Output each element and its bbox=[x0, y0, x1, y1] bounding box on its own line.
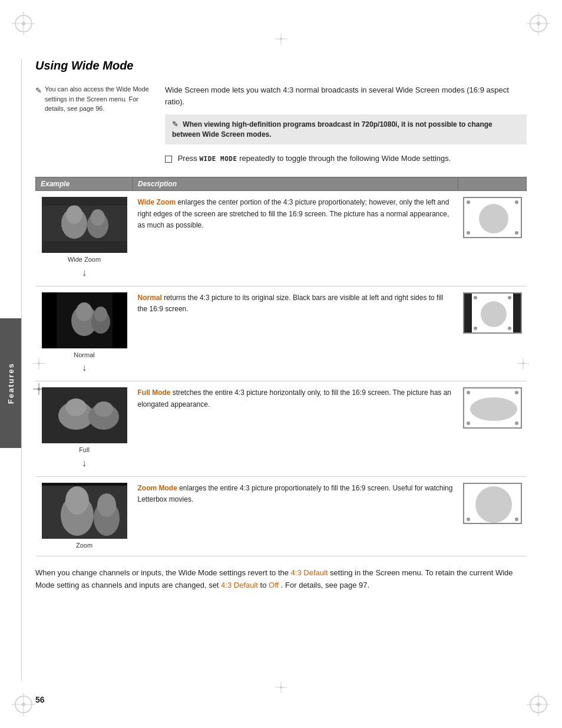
table-row: Wide Zoom ↓ Wide Zoom enlarges the cente… bbox=[36, 191, 527, 286]
page-title: Using Wide Mode bbox=[35, 59, 527, 73]
svg-point-42 bbox=[76, 302, 92, 321]
svg-point-7 bbox=[537, 22, 540, 25]
arrow-down-full: ↓ bbox=[82, 456, 87, 470]
corner-mark-bl bbox=[11, 691, 37, 717]
arrow-down-normal: ↓ bbox=[82, 361, 87, 375]
highlight-off: Off bbox=[269, 581, 279, 589]
intro-section: ✎ You can also access the Wide Mode sett… bbox=[35, 84, 527, 166]
caption-zoom: Zoom bbox=[76, 541, 92, 551]
svg-rect-37 bbox=[42, 241, 127, 253]
press-instruction: Press WIDE MODE repeatedly to toggle thr… bbox=[165, 153, 527, 164]
highlight-wide-zoom: Wide Zoom bbox=[138, 198, 176, 206]
desc-cell-full: Full Mode stretches the entire 4:3 pictu… bbox=[133, 381, 458, 477]
table-header-diagram bbox=[458, 177, 527, 191]
photo-normal bbox=[42, 292, 127, 348]
desc-text-normal: Normal returns the 4:3 picture to its or… bbox=[138, 292, 454, 315]
side-tab-label: Features bbox=[6, 363, 15, 404]
pencil-icon: ✎ bbox=[35, 85, 42, 97]
highlight-full: Full Mode bbox=[138, 388, 171, 397]
svg-point-15 bbox=[537, 703, 540, 706]
svg-point-35 bbox=[91, 209, 105, 226]
svg-rect-36 bbox=[42, 197, 127, 206]
table-row: Full ↓ Full Mode stretches the entire 4:… bbox=[36, 381, 527, 477]
intro-main-text: Wide Screen mode lets you watch 4:3 norm… bbox=[165, 84, 527, 107]
desc-cell-normal: Normal returns the 4:3 picture to its or… bbox=[133, 286, 458, 381]
diagram-cell-full bbox=[458, 381, 527, 477]
svg-point-3 bbox=[22, 22, 25, 25]
arrow-down-wide-zoom: ↓ bbox=[82, 266, 87, 280]
caption-wide-zoom: Wide Zoom bbox=[68, 255, 101, 265]
caption-normal: Normal bbox=[74, 350, 94, 360]
diagram-normal bbox=[463, 292, 522, 334]
highlight-43-default-1: 4:3 Default bbox=[291, 568, 328, 577]
table-row: Normal ↓ Normal returns the 4:3 picture … bbox=[36, 286, 527, 381]
diagram-cell-wide-zoom bbox=[458, 191, 527, 286]
svg-rect-39 bbox=[42, 292, 57, 348]
svg-point-33 bbox=[66, 205, 82, 224]
example-cell-zoom: Zoom bbox=[36, 476, 133, 556]
diagram-zoom bbox=[463, 483, 522, 524]
corner-mark-tr bbox=[525, 11, 551, 37]
bottom-paragraph: When you change channels or inputs, the … bbox=[35, 567, 527, 592]
intro-right: Wide Screen mode lets you watch 4:3 norm… bbox=[165, 84, 527, 166]
diagram-cell-zoom bbox=[458, 476, 527, 556]
modes-table: Example Description bbox=[35, 177, 527, 556]
svg-point-52 bbox=[65, 486, 89, 515]
caption-full: Full bbox=[79, 445, 90, 455]
photo-wide-zoom bbox=[42, 197, 127, 253]
highlight-zoom: Zoom Mode bbox=[138, 484, 177, 492]
example-inner-zoom: Zoom bbox=[41, 483, 128, 551]
svg-point-21 bbox=[280, 686, 282, 689]
intro-left: ✎ You can also access the Wide Mode sett… bbox=[35, 84, 153, 166]
example-inner-wide-zoom: Wide Zoom ↓ bbox=[41, 197, 128, 280]
note-box: ✎ When viewing high-definition programs … bbox=[165, 114, 527, 144]
table-row: Zoom Zoom Mode enlarges the entire 4:3 p… bbox=[36, 476, 527, 556]
checkbox-bullet bbox=[165, 156, 172, 163]
table-header-example: Example bbox=[36, 177, 133, 191]
highlight-normal: Normal bbox=[138, 294, 162, 302]
desc-text-zoom: Zoom Mode enlarges the entire 4:3 pictur… bbox=[138, 483, 454, 505]
diagram-full bbox=[463, 387, 522, 429]
example-inner-full: Full ↓ bbox=[41, 387, 128, 470]
side-tab: Features bbox=[0, 318, 21, 448]
desc-cell-zoom: Zoom Mode enlarges the entire 4:3 pictur… bbox=[133, 476, 458, 556]
side-note-text: You can also access the Wide Mode settin… bbox=[45, 84, 153, 114]
example-inner-normal: Normal ↓ bbox=[41, 292, 128, 375]
corner-mark-br bbox=[525, 691, 551, 717]
example-cell-full: Full ↓ bbox=[36, 381, 133, 477]
wide-mode-key: WIDE MODE bbox=[199, 155, 237, 163]
top-crosshair bbox=[275, 33, 287, 47]
corner-mark-tl bbox=[11, 11, 37, 37]
desc-cell-wide-zoom: Wide Zoom enlarges the center portion of… bbox=[133, 191, 458, 286]
photo-full bbox=[42, 387, 127, 443]
svg-point-44 bbox=[94, 307, 107, 322]
note-pencil-icon: ✎ bbox=[172, 120, 178, 129]
left-border bbox=[21, 59, 22, 681]
svg-point-47 bbox=[65, 398, 87, 416]
side-note: ✎ You can also access the Wide Mode sett… bbox=[35, 84, 153, 114]
svg-rect-55 bbox=[42, 483, 127, 486]
svg-point-18 bbox=[280, 38, 282, 40]
example-cell-wide-zoom: Wide Zoom ↓ bbox=[36, 191, 133, 286]
diagram-cell-normal bbox=[458, 286, 527, 381]
note-text: When viewing high-definition programs br… bbox=[172, 120, 492, 139]
bottom-crosshair bbox=[275, 681, 287, 695]
page-number: 56 bbox=[35, 695, 45, 704]
highlight-43-default-2: 4:3 Default bbox=[221, 581, 258, 589]
svg-rect-40 bbox=[113, 292, 127, 348]
svg-point-11 bbox=[22, 703, 25, 706]
desc-text-full: Full Mode stretches the entire 4:3 pictu… bbox=[138, 387, 454, 410]
svg-point-54 bbox=[97, 493, 116, 517]
photo-zoom bbox=[42, 483, 127, 539]
svg-point-49 bbox=[94, 401, 113, 417]
page-content: Using Wide Mode ✎ You can also access th… bbox=[35, 59, 527, 681]
desc-text-wide-zoom: Wide Zoom enlarges the center portion of… bbox=[138, 197, 454, 231]
bottom-text-section: When you change channels or inputs, the … bbox=[35, 567, 527, 592]
diagram-wide-zoom bbox=[463, 197, 522, 238]
example-cell-normal: Normal ↓ bbox=[36, 286, 133, 381]
table-header-description: Description bbox=[133, 177, 458, 191]
